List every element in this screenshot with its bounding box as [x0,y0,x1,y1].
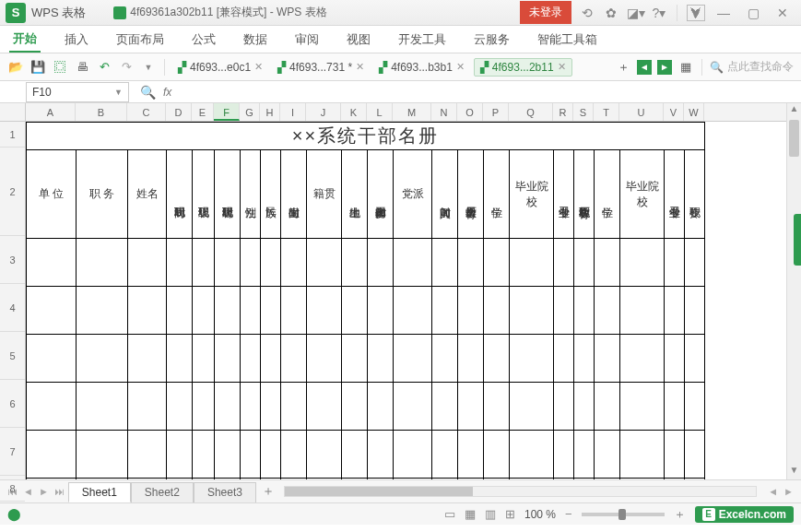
new-tab-button[interactable]: ＋ [615,59,631,76]
cell[interactable] [620,383,665,431]
header-cell-7[interactable]: 民族 [261,150,281,239]
cells-viewport[interactable]: ××系统干部名册单 位职 务姓名现职时间现职级现职级时性别民族出生时间籍贯出生地… [26,122,786,479]
cell[interactable] [307,479,342,480]
cell[interactable] [128,239,167,287]
cell[interactable] [685,383,705,431]
cell[interactable] [128,383,167,431]
cell[interactable] [128,287,167,335]
cell[interactable] [432,287,458,335]
col-K[interactable]: K [341,103,367,121]
cell[interactable] [307,335,342,383]
cell[interactable] [193,431,215,479]
row-6[interactable]: 6 [0,380,25,428]
header-cell-10[interactable]: 出生地 [342,150,368,239]
normal-view-icon[interactable]: ▦ [465,507,476,521]
cell[interactable] [574,239,595,287]
tab-prev-button[interactable]: ◄ [637,60,652,75]
cell[interactable] [458,431,484,479]
cell[interactable] [432,479,458,480]
cell[interactable] [167,479,193,480]
tab-next-button[interactable]: ► [657,60,672,75]
cell[interactable] [128,335,167,383]
cell[interactable] [458,287,484,335]
cell[interactable] [685,479,705,480]
cell[interactable] [193,335,215,383]
cell[interactable] [241,335,261,383]
cell[interactable] [215,383,241,431]
name-box[interactable]: F10 ▼ [26,82,129,102]
cell[interactable] [77,335,128,383]
cell[interactable] [394,431,432,479]
cell[interactable] [368,239,394,287]
zoom-knob[interactable] [618,509,626,520]
cell[interactable] [432,239,458,287]
menu-云服务[interactable]: 云服务 [470,28,513,52]
horizontal-scrollbar[interactable] [284,486,757,497]
cell[interactable] [432,335,458,383]
cell[interactable] [574,287,595,335]
cell[interactable] [574,479,595,480]
cell[interactable] [510,335,554,383]
cell[interactable] [193,383,215,431]
cell[interactable] [394,335,432,383]
cell[interactable] [215,335,241,383]
cell[interactable] [554,479,574,480]
header-cell-17[interactable]: 学习专业 [554,150,574,239]
print-preview-icon[interactable]: ⿴ [52,60,68,74]
cell[interactable] [77,383,128,431]
hscroll-right-icon[interactable]: ► [782,486,795,497]
record-icon[interactable]: ⬤ [7,507,21,521]
cell[interactable] [685,239,705,287]
cell[interactable] [167,287,193,335]
menu-开发工具[interactable]: 开发工具 [395,28,450,52]
close-tab-icon[interactable]: ✕ [254,61,263,73]
col-J[interactable]: J [306,103,341,121]
header-cell-18[interactable]: 在职教育学历 [574,150,595,239]
cell[interactable] [77,431,128,479]
col-V[interactable]: V [664,103,684,121]
cell[interactable] [510,239,554,287]
spreadsheet-grid[interactable]: ABCDEFGHIJKLMNOPQRSTUVW 12345678 ××系统干部名… [0,103,801,479]
cell[interactable] [27,287,77,335]
col-R[interactable]: R [553,103,573,121]
cell[interactable] [27,239,77,287]
col-F[interactable]: F [214,103,240,121]
col-G[interactable]: G [240,103,260,121]
cell[interactable] [368,479,394,480]
cell[interactable] [261,431,281,479]
header-cell-22[interactable]: 专技职 [685,150,705,239]
row-2[interactable]: 2 [0,148,25,236]
cell[interactable] [342,431,368,479]
cell[interactable] [368,287,394,335]
chevron-down-icon[interactable]: ▼ [114,88,123,97]
cell[interactable] [665,335,685,383]
skin-dropdown-icon[interactable]: ◪▾ [627,6,643,20]
menu-视图[interactable]: 视图 [343,28,374,52]
cell[interactable] [193,479,215,480]
cell[interactable] [342,335,368,383]
cell[interactable] [27,479,77,480]
header-cell-9[interactable]: 籍贯 [307,150,342,239]
cell[interactable] [261,335,281,383]
sheet-tab-Sheet3[interactable]: Sheet3 [194,482,256,502]
header-cell-21[interactable]: 学习专业 [665,150,685,239]
header-cell-15[interactable]: 学位 [484,150,510,239]
row-headers[interactable]: 12345678 [0,122,26,479]
header-cell-3[interactable]: 现职时间 [167,150,193,239]
col-C[interactable]: C [127,103,166,121]
row-7[interactable]: 7 [0,428,25,476]
cell[interactable] [510,479,554,480]
hscroll-left-icon[interactable]: ◄ [766,486,780,497]
row-5[interactable]: 5 [0,332,25,380]
cell[interactable] [342,239,368,287]
cell[interactable] [368,383,394,431]
col-W[interactable]: W [684,103,704,121]
doc-tab-1[interactable]: ▞4f693...731 *✕ [272,59,370,76]
cell[interactable] [307,383,342,431]
cell[interactable] [620,479,665,480]
cell[interactable] [77,239,128,287]
cell[interactable] [77,287,128,335]
column-headers[interactable]: ABCDEFGHIJKLMNOPQRSTUVW [26,103,786,122]
cell[interactable] [342,479,368,480]
fx-label[interactable]: fx [163,86,171,99]
